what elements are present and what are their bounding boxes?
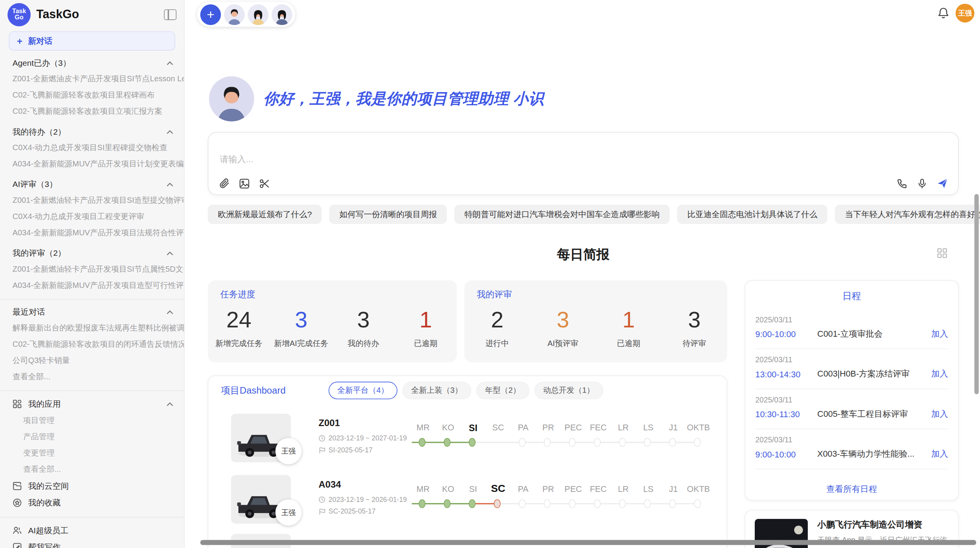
suggestion-chip[interactable]: 如何写一份清晰的项目周报 <box>329 205 447 224</box>
sidebar-app-link[interactable]: 变更管理 <box>0 445 184 461</box>
milestone-label-SI: SI <box>461 484 486 493</box>
event-join-link[interactable]: 加入 <box>931 329 948 340</box>
recent-chat-item[interactable]: 查看全部... <box>0 368 184 385</box>
notification-bell-icon[interactable] <box>937 7 949 19</box>
milestone-dot-SI <box>469 499 476 508</box>
dashboard-tab[interactable]: 全新平台（4） <box>329 382 397 399</box>
milestone-label-PR: PR <box>536 423 561 432</box>
sidebar-item-tool[interactable]: 帮我写作 <box>0 539 184 548</box>
sidebar-app-link[interactable]: 产品管理 <box>0 429 184 445</box>
stat-metric: 24新增完成任务 <box>208 307 270 349</box>
suggestion-chips: 欧洲新规最近颁布了什么?如何写一份清晰的项目周报特朗普可能对进口汽车增税会对中国… <box>208 205 980 224</box>
divider <box>0 390 184 391</box>
milestone-dot-PR <box>544 499 551 508</box>
sidebar-task-item[interactable]: A034-全新新能源MUV产品开发项目造型可行性评审 <box>0 277 184 293</box>
sidebar-group-header[interactable]: Agent已办（3） <box>0 55 184 70</box>
sidebar-group-header[interactable]: 我的评审（2） <box>0 245 184 261</box>
my-apps-label: 我的应用 <box>28 398 160 409</box>
sidebar-collapse-icon[interactable] <box>164 9 176 19</box>
horizontal-scrollbar[interactable] <box>200 540 976 545</box>
sidebar-task-item[interactable]: Z001-全新燃油轻卡产品开发项目SI造型提交物评审 <box>0 192 184 208</box>
send-icon[interactable] <box>937 178 948 189</box>
milestone-label-PA: PA <box>511 484 536 493</box>
assistant-avatar-3[interactable] <box>272 4 292 25</box>
stat-metric: 3我的待办 <box>332 307 395 349</box>
stat-metric: 2进行中 <box>464 307 530 349</box>
sidebar-app-link[interactable]: 项目管理 <box>0 413 184 429</box>
sidebar-task-item[interactable]: C0X4-动力总成开发项目SI里程碑提交物检查 <box>0 140 184 156</box>
sidebar-task-item[interactable]: A034-全新新能源MUV产品开发项目计划变更表编写 <box>0 156 184 172</box>
sidebar-task-item[interactable]: C0X4-动力总成开发项目工程变更评审 <box>0 208 184 224</box>
daily-briefing-title: 每日简报 <box>208 246 959 263</box>
stat-label: 新增AI完成任务 <box>270 339 332 349</box>
assistant-avatar-2[interactable] <box>248 4 268 25</box>
people-icon <box>12 526 22 535</box>
user-avatar[interactable]: 王强 <box>956 4 975 23</box>
scissors-icon[interactable] <box>259 178 269 189</box>
sidebar-item-tool[interactable]: AI超级员工 <box>0 522 184 539</box>
sidebar-app-link[interactable]: 查看全部... <box>0 461 184 478</box>
new-chat-button[interactable]: + 新对话 <box>9 31 175 51</box>
suggestion-chip[interactable]: 欧洲新规最近颁布了什么? <box>208 205 322 224</box>
project-row[interactable]: 王强A0342023-12-19 ~ 2026-01-19SC-2025-05-… <box>208 469 726 530</box>
image-icon[interactable] <box>239 178 250 189</box>
chevron-up-icon[interactable] <box>166 249 174 257</box>
chevron-up-icon[interactable] <box>166 128 174 135</box>
milestone-dot-LS <box>644 499 651 508</box>
project-dates: 2023-12-19 ~ 2027-01-19 <box>319 434 407 442</box>
sidebar-item-my-apps[interactable]: 我的应用 <box>0 396 184 413</box>
stat-card: 我的评审2进行中3AI预评审1已逾期3待评审 <box>464 280 727 362</box>
recent-chat-item[interactable]: C02-飞腾新能源轻客改款项目的闭环通告反馈情况 <box>0 336 184 352</box>
event-date: 2025/03/11 <box>756 312 948 324</box>
sidebar-group-title: AI评审（3） <box>12 179 166 190</box>
dashboard-tab[interactable]: 年型（2） <box>476 382 529 399</box>
sidebar-task-item[interactable]: Z001-全新燃油皮卡产品开发项目SI节点Lesson Learn报告 <box>0 71 184 87</box>
event-name: C001-立项审批会 <box>817 329 931 340</box>
sidebar-task-item[interactable]: Z001-全新燃油轻卡产品开发项目SI节点属性5D文件评审 <box>0 261 184 277</box>
microphone-icon[interactable] <box>917 178 927 188</box>
dashboard-tab[interactable]: 全新上装（3） <box>403 382 471 399</box>
view-all-schedule-link[interactable]: 查看所有日程 <box>745 484 958 495</box>
sidebar-task-item[interactable]: A034-全新新能源MUV产品开发项目法规符合性评审 <box>0 224 184 241</box>
event-join-link[interactable]: 加入 <box>931 368 948 380</box>
recent-chat-item[interactable]: 解释最新出台的欧盟报废车法规再生塑料比例被调到15%... <box>0 320 184 336</box>
stat-value: 1 <box>394 307 457 333</box>
phone-icon[interactable] <box>897 178 907 188</box>
project-name: A034 <box>319 479 341 489</box>
project-row-partial <box>208 530 726 548</box>
sidebar-group-header[interactable]: 我的待办（2） <box>0 124 184 139</box>
dashboard-tab[interactable]: 动总开发（1） <box>535 382 603 399</box>
event-time: 9:00-10:00 <box>756 329 817 339</box>
suggestion-chip[interactable]: 特朗普可能对进口汽车增税会对中国车企造成哪些影响 <box>454 205 670 224</box>
event-date: 2025/03/11 <box>756 432 948 444</box>
assistant-avatar-1[interactable] <box>224 4 245 25</box>
sidebar-task-item[interactable]: C02-飞腾新能源轻客改款项目立项汇报方案 <box>0 103 184 120</box>
sidebar-task-item[interactable]: C02-飞腾新能源轻客改款项目里程碑画布 <box>0 87 184 103</box>
milestone-dot-FEC <box>594 438 601 447</box>
stat-card: 任务进度24新增完成任务3新增AI完成任务3我的待办1已逾期 <box>208 280 457 362</box>
milestone-label-FEC: FEC <box>586 423 611 432</box>
chevron-up-icon[interactable] <box>166 308 174 315</box>
chat-input[interactable] <box>218 153 759 173</box>
chevron-up-icon[interactable] <box>166 59 174 67</box>
event-join-link[interactable]: 加入 <box>931 449 948 460</box>
suggestion-chip[interactable]: 当下年轻人对汽车外观有怎样的喜好趋势 <box>835 205 980 224</box>
sidebar-item-cloud-space[interactable]: 我的云空间 <box>0 478 184 495</box>
chevron-up-icon[interactable] <box>166 400 174 408</box>
vertical-scrollbar[interactable] <box>974 194 978 394</box>
project-row[interactable]: 王强Z0012023-12-19 ~ 2027-01-19SI-2025-05-… <box>208 408 726 469</box>
project-dashboard-card: 项目Dashboard 全新平台（4）全新上装（3）年型（2）动总开发（1） 王… <box>208 375 727 548</box>
chevron-up-icon[interactable] <box>166 180 174 188</box>
attachment-icon[interactable] <box>219 178 230 189</box>
recent-chats-header[interactable]: 最近对话 <box>0 304 184 320</box>
add-assistant-button[interactable]: + <box>200 4 221 25</box>
briefing-layout-icon[interactable] <box>937 248 947 258</box>
milestone-label-OKTB: OKTB <box>686 484 711 493</box>
suggestion-chip[interactable]: 比亚迪全固态电池计划具体说了什么 <box>677 205 828 224</box>
event-join-link[interactable]: 加入 <box>931 409 948 420</box>
recent-chat-item[interactable]: 公司Q3轻卡销量 <box>0 352 184 368</box>
sidebar-group: AI评审（3）Z001-全新燃油轻卡产品开发项目SI造型提交物评审C0X4-动力… <box>0 176 184 241</box>
sidebar-item-favorites[interactable]: 我的收藏 <box>0 494 184 511</box>
milestone-dot-LR <box>619 438 626 447</box>
sidebar-group-header[interactable]: AI评审（3） <box>0 176 184 192</box>
